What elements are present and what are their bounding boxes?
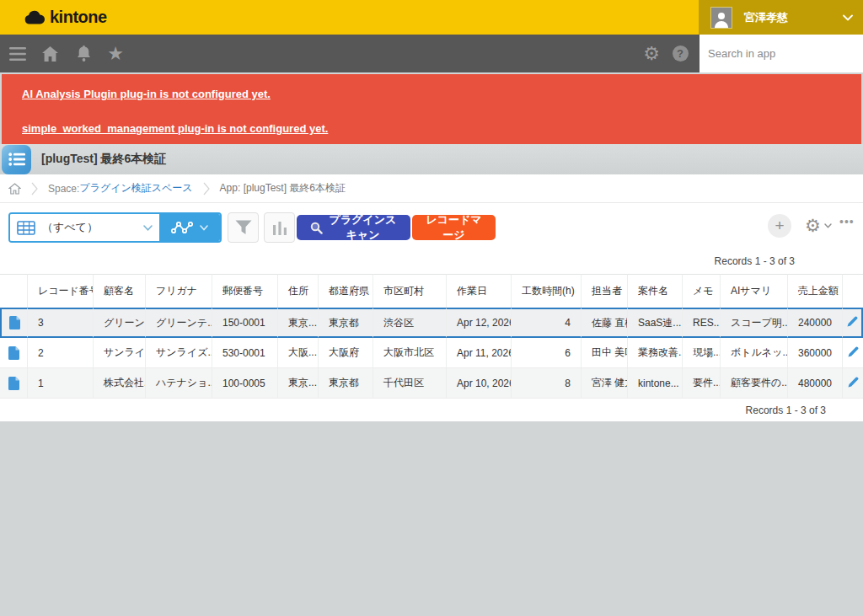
column-header: 市区町村	[373, 274, 447, 308]
user-menu[interactable]: 宮澤孝慈	[699, 0, 863, 35]
records-count-top: Records 1 - 3 of 3	[715, 255, 795, 267]
table-cell-zip: 530-0001	[212, 338, 278, 368]
breadcrumb-home-icon[interactable]	[8, 183, 21, 195]
table-cell-address: 東京...	[278, 308, 319, 338]
table-cell-project: 業務改善...	[628, 338, 683, 368]
settings-gear-icon[interactable]: ⚙	[642, 45, 661, 63]
search-input[interactable]	[700, 35, 863, 72]
header-icon-col	[0, 274, 28, 308]
app-title: [plugTest] 最終6本検証	[41, 152, 166, 167]
table-cell-sales: 360000	[788, 338, 843, 368]
breadcrumb-separator-icon	[203, 182, 210, 196]
column-header: 案件名	[628, 274, 683, 308]
record-document-icon[interactable]	[0, 368, 28, 399]
record-merge-button[interactable]: レコードマージ	[412, 215, 496, 240]
table-row[interactable]: 1株式会社...ハテナショ...100-0005東京...東京都千代田区Apr …	[0, 368, 863, 399]
table-cell-memo: 要件...	[683, 368, 721, 399]
breadcrumb-space-label: Space:	[48, 183, 79, 195]
table-cell-hours: 4	[512, 308, 582, 338]
kintone-logo[interactable]: kintone	[24, 8, 107, 27]
record-document-icon[interactable]	[0, 338, 28, 368]
table-cell-hours: 6	[512, 338, 582, 368]
table-cell-customer: 株式会社...	[94, 368, 146, 399]
funnel-icon	[234, 219, 253, 236]
table-cell-assignee: 佐藤 直樹	[582, 308, 628, 338]
table-cell-zip: 100-0005	[212, 368, 278, 399]
magnifier-icon	[310, 222, 323, 234]
chevron-down-icon	[843, 14, 853, 21]
brand-name: kintone	[50, 8, 107, 27]
plugin-scan-button[interactable]: プラグインスキャン	[297, 215, 410, 240]
column-header: 売上金額	[788, 274, 843, 308]
app-title-bar: [plugTest] 最終6本検証	[0, 144, 863, 174]
more-options-button[interactable]: •••	[839, 215, 855, 228]
edit-record-button[interactable]	[843, 338, 863, 368]
table-cell-work_date: Apr 11, 2026	[447, 338, 512, 368]
table-row[interactable]: 3グリーン...グリーンテ...150-0001東京...東京都渋谷区Apr 1…	[0, 308, 863, 338]
alert-link-ai-analysis[interactable]: AI Analysis Plugin plug-in is not config…	[22, 86, 841, 103]
pencil-icon[interactable]	[847, 376, 860, 388]
table-cell-customer: グリーン...	[94, 308, 146, 338]
breadcrumb-app-text: App: [plugTest] 最終6本検証	[220, 181, 346, 196]
table-cell-city: 大阪市北区	[373, 338, 447, 368]
global-toolbar: ★ ⚙ ?	[0, 35, 863, 72]
home-icon[interactable]	[40, 45, 59, 63]
user-avatar-icon	[710, 7, 732, 29]
column-header: 都道府県	[319, 274, 373, 308]
add-record-button[interactable]: +	[768, 214, 791, 238]
plugin-scan-label: プラグインスキャン	[329, 212, 397, 243]
table-cell-address: 大阪...	[278, 338, 319, 368]
table-cell-zip: 150-0001	[212, 308, 278, 338]
table-cell-record_no: 3	[28, 308, 94, 338]
edit-record-button[interactable]	[843, 308, 863, 338]
table-cell-work_date: Apr 12, 2026	[447, 308, 512, 338]
alert-link-simple-worked[interactable]: simple_worked_management plug-in is not …	[22, 121, 841, 137]
table-row[interactable]: 2サンライ...サンライズ...530-0001大阪...大阪府大阪市北区Apr…	[0, 338, 863, 368]
view-selector-label: （すべて）	[42, 220, 137, 235]
chart-button[interactable]	[264, 212, 295, 243]
table-cell-customer: サンライ...	[94, 338, 146, 368]
edit-record-button[interactable]	[843, 368, 863, 399]
breadcrumb-space-link[interactable]: プラグイン検証スペース	[79, 181, 192, 196]
table-cell-prefecture: 大阪府	[319, 338, 373, 368]
hamburger-menu-icon[interactable]	[8, 45, 27, 63]
column-header: 顧客名	[94, 274, 146, 308]
brand-header: kintone 宮澤孝慈	[0, 0, 863, 35]
breadcrumb-separator-icon	[31, 182, 38, 196]
column-header: 担当者	[582, 274, 628, 308]
record-list-content: （すべて） プラグインスキャン レコードマージ + ⚙ ••• Records …	[0, 203, 863, 421]
favorites-star-icon[interactable]: ★	[106, 45, 125, 63]
table-cell-work_date: Apr 10, 2026	[447, 368, 512, 399]
table-cell-project: SaaS連...	[628, 308, 683, 338]
column-header: 住所	[278, 274, 319, 308]
table-cell-record_no: 2	[28, 338, 94, 368]
view-selector-dropdown[interactable]: （すべて）	[10, 214, 159, 241]
table-cell-memo: 現場...	[683, 338, 721, 368]
column-header: 郵便番号	[212, 274, 278, 308]
table-cell-assignee: 宮澤 健太	[582, 368, 628, 399]
bar-chart-icon	[272, 221, 287, 235]
record-document-icon[interactable]	[0, 308, 28, 338]
user-name: 宮澤孝慈	[744, 10, 788, 25]
table-cell-prefecture: 東京都	[319, 368, 373, 399]
gear-icon: ⚙	[805, 217, 821, 234]
breadcrumb: Space: プラグイン検証スペース App: [plugTest] 最終6本検…	[0, 174, 863, 203]
table-cell-furigana: ハテナショ...	[146, 368, 212, 399]
chevron-down-icon	[824, 223, 832, 228]
view-selector[interactable]: （すべて）	[8, 212, 222, 243]
table-cell-assignee: 田中 美咲	[582, 338, 628, 368]
filter-button[interactable]	[228, 212, 259, 243]
table-cell-memo: RES...	[683, 308, 721, 338]
table-cell-sales: 480000	[788, 368, 843, 399]
records-count-bottom: Records 1 - 3 of 3	[746, 404, 826, 416]
pencil-icon[interactable]	[846, 315, 859, 328]
records-table: レコード番号顧客名フリガナ郵便番号住所都道府県市区町村作業日工数時間(h)担当者…	[0, 274, 863, 399]
chevron-down-icon	[200, 225, 208, 231]
help-icon[interactable]: ?	[671, 45, 689, 63]
graph-view-button[interactable]	[159, 214, 220, 241]
table-cell-furigana: グリーンテ...	[146, 308, 212, 338]
pencil-icon[interactable]	[847, 345, 860, 358]
table-body: 3グリーン...グリーンテ...150-0001東京...東京都渋谷区Apr 1…	[0, 308, 863, 399]
notification-bell-icon[interactable]	[74, 45, 93, 63]
view-settings-button[interactable]: ⚙	[805, 217, 832, 234]
